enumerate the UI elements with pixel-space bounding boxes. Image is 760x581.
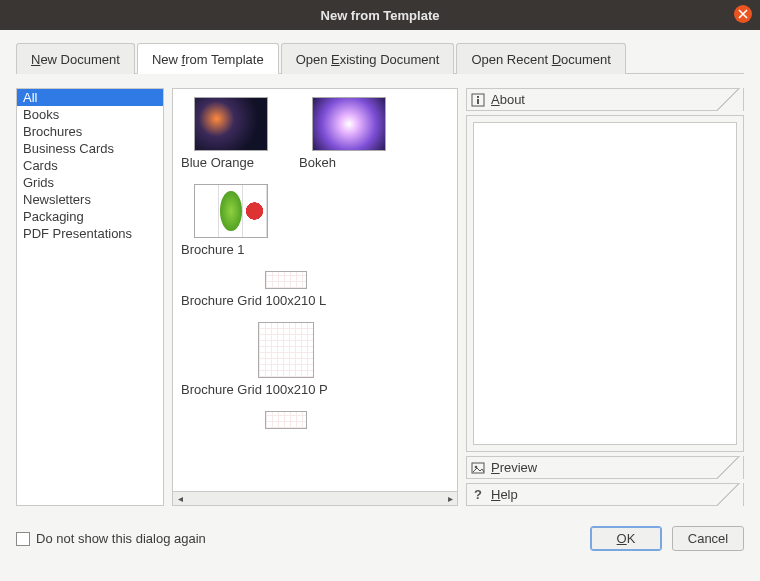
titlebar: New from Template xyxy=(0,0,760,30)
content-area: AllBooksBrochuresBusiness CardsCardsGrid… xyxy=(16,88,744,506)
close-button[interactable] xyxy=(734,5,752,23)
template-item[interactable]: Brochure Grid 100x210 P xyxy=(181,322,391,397)
right-panel: About Preview ? Help xyxy=(466,88,744,506)
tab-xisting-document[interactable]: Open Existing Document xyxy=(281,43,455,74)
category-item[interactable]: Newsletters xyxy=(17,191,163,208)
category-item[interactable]: Grids xyxy=(17,174,163,191)
template-thumb xyxy=(194,184,268,238)
about-content xyxy=(473,122,737,445)
template-item[interactable]: Bokeh xyxy=(299,97,399,170)
about-header[interactable]: About xyxy=(466,88,744,111)
template-thumb xyxy=(194,97,268,151)
template-label: Brochure 1 xyxy=(181,242,281,257)
template-label: Brochure Grid 100x210 P xyxy=(181,382,391,397)
preview-label: Preview xyxy=(491,460,537,475)
preview-header[interactable]: Preview xyxy=(466,456,744,479)
template-label: Bokeh xyxy=(299,155,399,170)
scroll-right-icon[interactable]: ▸ xyxy=(443,492,457,505)
template-thumb xyxy=(265,271,307,289)
category-item[interactable]: Books xyxy=(17,106,163,123)
tab-rom-template[interactable]: New from Template xyxy=(137,43,279,74)
dialog-body: New DocumentNew from TemplateOpen Existi… xyxy=(0,30,760,516)
category-item[interactable]: Brochures xyxy=(17,123,163,140)
close-icon xyxy=(738,9,748,19)
tab-ew-document[interactable]: New Document xyxy=(16,43,135,74)
template-gallery[interactable]: Blue OrangeBokehBrochure 1Brochure Grid … xyxy=(172,88,458,492)
scroll-track[interactable] xyxy=(187,492,443,505)
ok-button[interactable]: OK xyxy=(590,526,662,551)
checkbox-label: Do not show this dialog again xyxy=(36,531,206,546)
template-item[interactable]: Brochure Grid 100x210 L xyxy=(181,271,391,308)
help-label: Help xyxy=(491,487,518,502)
help-header[interactable]: ? Help xyxy=(466,483,744,506)
template-label: Brochure Grid 100x210 L xyxy=(181,293,391,308)
horizontal-scrollbar[interactable]: ◂ ▸ xyxy=(172,492,458,506)
category-item[interactable]: Cards xyxy=(17,157,163,174)
template-thumb xyxy=(265,411,307,429)
category-item[interactable]: Business Cards xyxy=(17,140,163,157)
template-item[interactable]: Blue Orange xyxy=(181,97,281,170)
template-item[interactable] xyxy=(181,411,391,433)
category-item[interactable]: PDF Presentations xyxy=(17,225,163,242)
help-icon: ? xyxy=(471,488,485,502)
template-label: Blue Orange xyxy=(181,155,281,170)
template-item[interactable]: Brochure 1 xyxy=(181,184,281,257)
tabbar: New DocumentNew from TemplateOpen Existi… xyxy=(16,42,744,74)
window-title: New from Template xyxy=(321,8,440,23)
category-list[interactable]: AllBooksBrochuresBusiness CardsCardsGrid… xyxy=(16,88,164,506)
about-box xyxy=(466,115,744,452)
checkbox-box[interactable] xyxy=(16,532,30,546)
category-item[interactable]: All xyxy=(17,89,163,106)
about-label: About xyxy=(491,92,525,107)
svg-rect-2 xyxy=(477,99,479,104)
image-icon xyxy=(471,461,485,475)
info-icon xyxy=(471,93,485,107)
gallery-wrap: Blue OrangeBokehBrochure 1Brochure Grid … xyxy=(172,88,458,506)
scroll-left-icon[interactable]: ◂ xyxy=(173,492,187,505)
footer: Do not show this dialog again OK Cancel xyxy=(0,516,760,563)
template-thumb xyxy=(312,97,386,151)
svg-rect-1 xyxy=(477,96,479,98)
cancel-button[interactable]: Cancel xyxy=(672,526,744,551)
category-item[interactable]: Packaging xyxy=(17,208,163,225)
dont-show-checkbox[interactable]: Do not show this dialog again xyxy=(16,531,206,546)
tab-ocument[interactable]: Open Recent Document xyxy=(456,43,625,74)
template-thumb xyxy=(258,322,314,378)
